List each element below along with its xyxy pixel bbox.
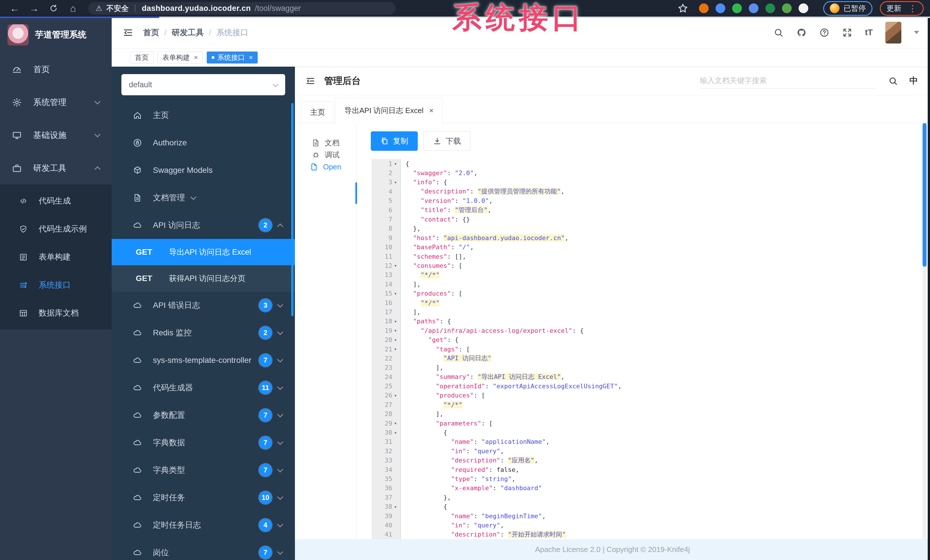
tags-view: 首页表单构建×系统接口× [112,49,930,67]
http-method-label: GET [136,247,169,257]
download-button[interactable]: 下载 [423,131,470,151]
ext-pin-icon[interactable] [716,3,725,13]
font-size-icon[interactable]: tT [865,28,873,37]
swagger-nav-redis-monitor[interactable]: Redis 监控2 [112,319,295,347]
swagger-nav-label: 字典数据 [153,437,185,448]
main-scrollbar-thumb[interactable] [922,123,927,267]
code-token [405,354,443,362]
code-token: , [560,188,564,195]
sidebar-subitem-code-generation-demo[interactable]: 代码生成示例 [0,215,112,243]
ext-green-circle-icon[interactable] [732,3,742,13]
swagger-nav-param-config[interactable]: 参数配置7 [112,402,295,429]
code-token: : [], [447,253,466,260]
code-token: }, [405,225,420,232]
tag-form-builder[interactable]: 表单构建× [157,52,203,63]
sidebar-item-system-management[interactable]: 系统管理 [0,86,112,119]
header-search-icon[interactable] [773,28,784,38]
fold-toggle-icon[interactable]: ▾ [392,263,399,268]
sidebar-subitem-label: 代码生成示例 [38,224,87,234]
sidebar-subitem-system-api[interactable]: 系统接口 [0,271,112,299]
paused-extension-badge[interactable]: 已暂停 [823,1,873,16]
fold-toggle-icon[interactable]: ▾ [392,504,399,509]
ext-grid-icon[interactable] [749,3,759,13]
sidebar-item-dev-tools[interactable]: 研发工具 [0,152,112,184]
fold-toggle-icon[interactable]: ▾ [392,420,399,426]
doc-tab-home[interactable]: 主页 [301,101,334,123]
fold-toggle-icon[interactable]: ▾ [392,337,399,343]
ext-paw-icon[interactable] [799,3,808,13]
code-text: { [401,429,447,436]
swagger-nav-home[interactable]: 主页 [112,101,295,129]
code-line: 27 "*/*" [372,400,924,409]
swagger-nav-sys-sms-template-controller[interactable]: sys-sms-template-controller7 [112,347,295,374]
swagger-nav-authorize[interactable]: Authorize [112,129,295,156]
swagger-nav-api-error-log[interactable]: API 错误日志3 [112,292,295,319]
doc-side-tab-doc[interactable]: 文档 [295,137,356,149]
github-icon[interactable] [796,28,807,38]
help-icon[interactable] [819,28,830,38]
sidebar-subitem-form-builder[interactable]: 表单构建 [0,243,112,271]
browser-menu-icon[interactable]: ⋮ [908,3,917,14]
api-operation-export-api-access-log-excel[interactable]: GET导出API 访问日志 Excel [112,239,295,265]
doc-side-tab-open[interactable]: Open [295,161,356,173]
browser-reload-button[interactable] [45,2,62,15]
fold-toggle-icon[interactable]: ▾ [392,328,399,333]
doc-tab-export-api-access-log-excel[interactable]: 导出API 访问日志 Excel× [336,98,442,123]
fold-toggle-icon[interactable]: ▾ [392,393,399,398]
code-text: ], [401,410,443,417]
fold-toggle-icon[interactable]: ▾ [392,291,399,296]
code-editor[interactable]: 1▾{2 "swagger": "2.0",3▾ "info": {4 "des… [372,159,924,539]
swagger-nav-post[interactable]: 岗位7 [112,539,295,560]
user-avatar[interactable] [885,22,901,43]
browser-forward-button[interactable]: → [26,2,42,15]
breadcrumb-item: 系统接口 [217,27,248,38]
url-bar[interactable]: ⚠ 不安全 dashboard.yudao.iocoder.cn /tool/s… [88,2,396,15]
sidebar-item-home[interactable]: 首页 [0,53,112,86]
line-gutter: 20▾ [372,335,401,344]
api-group-select[interactable]: default [122,74,285,95]
copy-button[interactable]: 复制 [371,131,418,151]
ext-leaf-icon[interactable] [782,3,792,13]
swagger-nav-scheduled-job-log[interactable]: 定时任务日志4 [112,511,295,539]
language-icon[interactable]: 中 [909,75,918,87]
browser-back-button[interactable]: ← [6,2,23,15]
doc-side-tab-debug[interactable]: 调试 [295,149,356,161]
swagger-nav-code-generator[interactable]: 代码生成器11 [112,374,295,402]
swagger-nav-api-access-log[interactable]: API 访问日志2 [112,212,295,239]
swagger-sidebar-scrollbar[interactable] [291,103,294,316]
swagger-nav-scheduled-job[interactable]: 定时任务10 [112,484,295,511]
swagger-nav-swagger-models[interactable]: Swagger Models [112,156,295,184]
code-line: 30▾ { [372,428,924,437]
fold-toggle-icon[interactable]: ▾ [392,161,399,167]
swagger-nav-doc-management[interactable]: 文档管理 [112,184,295,212]
swagger-nav-dict-data[interactable]: 字典数据7 [112,429,295,456]
bookmark-star-icon[interactable] [677,3,688,14]
sidebar-subitem-database-doc[interactable]: 数据库文档 [0,299,112,327]
api-operation-get-api-access-log-page[interactable]: GET获得API 访问日志分页 [112,265,295,292]
avatar-caret-icon[interactable] [914,31,919,34]
fold-toggle-icon[interactable]: ▾ [392,180,399,185]
code-token: , [618,383,622,390]
fullscreen-icon[interactable] [842,28,852,38]
fold-toggle-icon[interactable]: ▾ [392,346,399,352]
sidebar-subitem-code-generation[interactable]: 代码生成 [0,187,112,215]
count-badge: 7 [259,409,272,422]
sidebar-item-label: 研发工具 [33,163,66,174]
ext-orange-icon[interactable] [699,3,709,13]
sidebar-item-infrastructure[interactable]: 基础设施 [0,119,112,152]
fold-toggle-icon[interactable]: ▾ [392,319,399,324]
doc-search-icon[interactable] [888,76,898,86]
sidebar-collapse-icon[interactable] [123,27,134,38]
doc-collapse-icon[interactable] [305,76,316,86]
swagger-sidebar: default 主页AuthorizeSwagger Models文档管理API… [112,67,295,560]
swagger-nav-dict-type[interactable]: 字典类型7 [112,456,295,484]
tag-system-api[interactable]: 系统接口× [207,52,258,63]
doc-search-input[interactable] [700,73,875,89]
fold-toggle-icon[interactable]: ▾ [392,430,399,436]
ext-gn-icon[interactable] [765,3,775,13]
browser-update-button[interactable]: 更新 ⋮ [880,1,924,16]
code-line: 40 "in": "query", [372,520,924,530]
tag-home[interactable]: 首页 [130,52,154,63]
browser-home-button[interactable]: ⌂ [65,2,81,15]
doc-tabs: 主页导出API 访问日志 Excel× [295,95,930,123]
